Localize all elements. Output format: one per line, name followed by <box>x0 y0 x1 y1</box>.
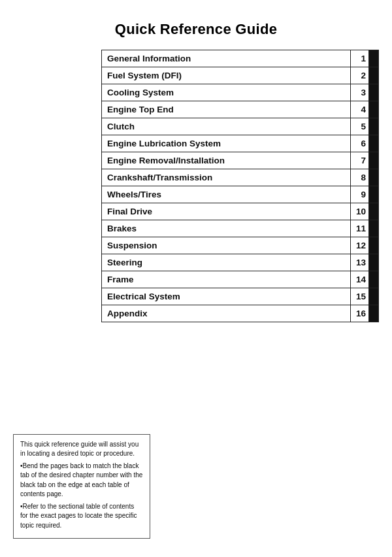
toc-tab <box>369 220 378 237</box>
toc-number: 12 <box>351 237 369 254</box>
toc-label: Suspension <box>102 237 351 254</box>
toc-number: 14 <box>351 271 369 288</box>
toc-row: Wheels/Tires9 <box>101 186 379 203</box>
toc-label: General Information <box>102 50 351 67</box>
toc-row: Frame14 <box>101 271 379 288</box>
toc-tab <box>369 254 378 271</box>
toc-tab <box>369 305 378 322</box>
toc-tab <box>369 152 378 169</box>
toc-number: 13 <box>351 254 369 271</box>
toc-label: Cooling System <box>102 84 351 101</box>
toc-tab <box>369 67 378 84</box>
note-line: •Bend the pages back to match the black … <box>20 462 143 499</box>
toc-number: 16 <box>351 305 369 322</box>
toc-label: Fuel System (DFI) <box>102 67 351 84</box>
toc-number: 10 <box>351 203 369 220</box>
toc-label: Appendix <box>102 305 351 322</box>
toc-tab <box>369 135 378 152</box>
toc-row: Appendix16 <box>101 305 379 322</box>
toc-number: 15 <box>351 288 369 305</box>
toc-number: 11 <box>351 220 369 237</box>
toc-row: Clutch5 <box>101 118 379 135</box>
toc-row: Brakes11 <box>101 220 379 237</box>
toc-row: Final Drive10 <box>101 203 379 220</box>
toc-label: Crankshaft/Transmission <box>102 169 351 186</box>
toc-label: Engine Removal/Installation <box>102 152 351 169</box>
toc-tab <box>369 169 378 186</box>
toc-number: 2 <box>351 67 369 84</box>
toc-label: Clutch <box>102 118 351 135</box>
toc-row: Engine Top End4 <box>101 101 379 118</box>
toc-number: 6 <box>351 135 369 152</box>
note-box: This quick reference guide will assist y… <box>13 434 150 539</box>
page-title: Quick Reference Guide <box>0 0 392 50</box>
toc-container: General Information1Fuel System (DFI)2Co… <box>101 50 379 322</box>
toc-tab <box>369 186 378 203</box>
toc-row: Engine Lubrication System6 <box>101 135 379 152</box>
toc-number: 7 <box>351 152 369 169</box>
toc-tab <box>369 50 378 67</box>
toc-number: 1 <box>351 50 369 67</box>
toc-row: Engine Removal/Installation7 <box>101 152 379 169</box>
toc-label: Engine Top End <box>102 101 351 118</box>
toc-label: Brakes <box>102 220 351 237</box>
toc-row: Suspension12 <box>101 237 379 254</box>
toc-tab <box>369 237 378 254</box>
toc-tab <box>369 101 378 118</box>
toc-number: 9 <box>351 186 369 203</box>
toc-number: 5 <box>351 118 369 135</box>
toc-tab <box>369 288 378 305</box>
toc-tab <box>369 84 378 101</box>
toc-row: Steering13 <box>101 254 379 271</box>
toc-row: Cooling System3 <box>101 84 379 101</box>
toc-number: 3 <box>351 84 369 101</box>
toc-label: Engine Lubrication System <box>102 135 351 152</box>
toc-tab <box>369 118 378 135</box>
toc-row: Fuel System (DFI)2 <box>101 67 379 84</box>
toc-label: Steering <box>102 254 351 271</box>
toc-row: General Information1 <box>101 50 379 67</box>
page: Quick Reference Guide General Informatio… <box>0 0 392 557</box>
toc-label: Final Drive <box>102 203 351 220</box>
note-line: •Refer to the sectional table of content… <box>20 502 143 531</box>
toc-row: Crankshaft/Transmission8 <box>101 169 379 186</box>
toc-number: 4 <box>351 101 369 118</box>
toc-label: Wheels/Tires <box>102 186 351 203</box>
toc-label: Frame <box>102 271 351 288</box>
toc-label: Electrical System <box>102 288 351 305</box>
toc-number: 8 <box>351 169 369 186</box>
toc-tab <box>369 271 378 288</box>
toc-tab <box>369 203 378 220</box>
toc-row: Electrical System15 <box>101 288 379 305</box>
note-line: This quick reference guide will assist y… <box>20 440 143 459</box>
